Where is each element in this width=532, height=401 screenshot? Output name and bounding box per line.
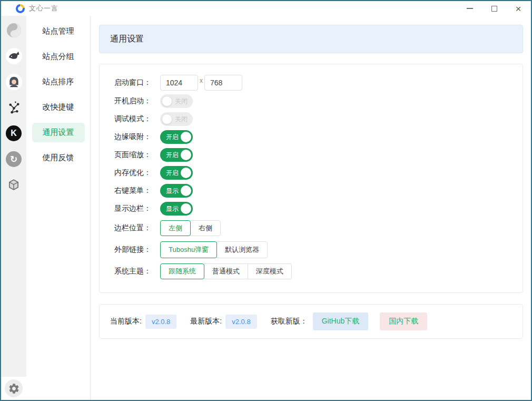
- app-icon-network[interactable]: [5, 99, 22, 116]
- dimension-separator: x: [200, 77, 203, 84]
- sidebar-item-site-manage[interactable]: 站点管理: [26, 18, 90, 44]
- settings-gear-button[interactable]: [5, 379, 23, 397]
- app-icon-whale[interactable]: [5, 47, 22, 64]
- sidebar-left-button[interactable]: 左侧: [160, 220, 191, 236]
- memory-opt-label: 内存优化：: [114, 168, 160, 178]
- autostart-label: 开机启动：: [114, 96, 160, 106]
- minimize-icon: [467, 8, 473, 9]
- app-rail: K ↻: [1, 16, 26, 400]
- theme-normal-button[interactable]: 普通模式: [204, 263, 248, 279]
- page-title: 通用设置: [110, 34, 144, 45]
- toggle-state-text: 关闭: [175, 112, 188, 126]
- sidebar-menu: 站点管理 站点分组 站点排序 改快捷键 通用设置 使用反馈: [26, 16, 91, 400]
- whale-icon: [7, 50, 20, 62]
- maximize-icon: [491, 6, 497, 12]
- settings-panel: 启动窗口： x 开机启动： 关闭 调试模式： 关闭: [99, 64, 523, 293]
- toggle-state-text: 开启: [166, 166, 179, 180]
- latest-version-badge: v2.0.8: [225, 315, 257, 329]
- app-icon-yiyan[interactable]: [5, 22, 22, 38]
- window-controls: ×: [454, 2, 531, 15]
- launch-width-input[interactable]: [160, 75, 198, 91]
- debug-mode-toggle[interactable]: 关闭: [160, 112, 193, 126]
- sidebar-item-label: 站点分组: [32, 47, 85, 66]
- sidebar-item-site-order[interactable]: 站点排序: [26, 69, 90, 94]
- github-download-button[interactable]: GitHub下载: [313, 312, 369, 330]
- sidebar-right-button[interactable]: 右侧: [190, 220, 221, 236]
- version-panel: 当前版本: v2.0.8 最新版本: v2.0.8 获取新版： GitHub下载…: [99, 304, 523, 339]
- theme-row: 系统主题： 跟随系统 普通模式 深度模式: [114, 263, 523, 280]
- default-browser-button[interactable]: 默认浏览器: [216, 241, 268, 258]
- sidebar-item-label: 站点排序: [32, 72, 85, 92]
- close-icon: ×: [515, 4, 521, 14]
- sidebar-item-label: 站点管理: [32, 22, 85, 41]
- edge-snap-row: 边缘吸附： 开启: [114, 130, 523, 144]
- theme-label: 系统主题：: [114, 267, 160, 276]
- launch-height-input[interactable]: [204, 75, 242, 91]
- gear-icon: [8, 383, 20, 395]
- minimize-button[interactable]: [461, 2, 478, 15]
- titlebar: 文心一言 ×: [1, 1, 531, 16]
- debug-mode-label: 调试模式：: [114, 114, 160, 124]
- toggle-state-text: 开启: [166, 130, 179, 144]
- show-sidebar-toggle[interactable]: 显示: [160, 202, 193, 216]
- memory-opt-row: 内存优化： 开启: [114, 166, 523, 180]
- maximize-button[interactable]: [486, 2, 503, 15]
- cube-icon: [7, 178, 21, 192]
- context-menu-row: 右键菜单： 显示: [114, 184, 523, 198]
- sidebar-item-general-settings[interactable]: 通用设置: [26, 120, 90, 145]
- tuboshu-popup-button[interactable]: Tuboshu弹窗: [160, 241, 217, 258]
- toggle-knob: [181, 132, 191, 142]
- app-rail-icons: K ↻: [1, 16, 26, 377]
- swirl-icon: [6, 22, 22, 38]
- edge-snap-label: 边缘吸附：: [114, 132, 160, 142]
- app-icon-cube[interactable]: [5, 177, 22, 193]
- recycle-icon: ↻: [10, 155, 17, 164]
- edge-snap-toggle[interactable]: 开启: [160, 130, 193, 144]
- get-new-version-label: 获取新版：: [271, 317, 308, 326]
- show-sidebar-label: 显示边栏：: [114, 204, 160, 213]
- sidebar-item-label: 通用设置: [32, 123, 85, 142]
- toggle-knob: [162, 114, 172, 124]
- girl-avatar-icon: [7, 75, 21, 89]
- main-content: 通用设置 启动窗口： x 开机启动： 关闭 调试模式：: [91, 16, 531, 400]
- rail-footer: [1, 377, 26, 400]
- launch-window-row: 启动窗口： x: [114, 75, 523, 91]
- sidebar-position-label: 边栏位置：: [114, 223, 160, 233]
- toggle-knob: [162, 96, 172, 106]
- domestic-download-button[interactable]: 国内下载: [380, 312, 427, 330]
- theme-group: 跟随系统 普通模式 深度模式: [160, 263, 292, 279]
- toggle-state-text: 显示: [166, 184, 179, 198]
- kimi-k-icon: K: [11, 129, 17, 138]
- app-icon-kimi[interactable]: K: [5, 125, 22, 142]
- sidebar-position-row: 边栏位置： 左侧 右侧: [114, 220, 523, 237]
- context-menu-label: 右键菜单：: [114, 186, 160, 195]
- sidebar-item-site-group[interactable]: 站点分组: [26, 44, 90, 69]
- launch-window-label: 启动窗口：: [114, 78, 160, 87]
- sidebar-item-label: 使用反馈: [32, 148, 85, 168]
- context-menu-toggle[interactable]: 显示: [160, 184, 193, 198]
- sidebar-position-group: 左侧 右侧: [160, 220, 221, 236]
- app-logo-icon: [16, 4, 25, 13]
- external-link-group: Tuboshu弹窗 默认浏览器: [160, 241, 268, 258]
- autostart-toggle[interactable]: 关闭: [160, 94, 193, 108]
- external-link-row: 外部链接： Tuboshu弹窗 默认浏览器: [114, 241, 523, 259]
- sidebar-item-label: 改快捷键: [32, 97, 85, 117]
- current-version-label: 当前版本:: [110, 317, 142, 326]
- page-zoom-toggle[interactable]: 开启: [160, 148, 193, 162]
- current-version-badge: v2.0.8: [145, 315, 176, 329]
- sidebar-item-shortcut[interactable]: 改快捷键: [26, 94, 90, 120]
- external-link-label: 外部链接：: [114, 245, 160, 255]
- toggle-state-text: 开启: [166, 148, 179, 162]
- show-sidebar-row: 显示边栏： 显示: [114, 202, 523, 216]
- page-zoom-label: 页面缩放：: [114, 150, 160, 160]
- app-icon-recycle[interactable]: ↻: [5, 151, 22, 168]
- page-header: 通用设置: [99, 25, 523, 53]
- theme-follow-system-button[interactable]: 跟随系统: [160, 263, 204, 279]
- sidebar-item-feedback[interactable]: 使用反馈: [26, 145, 90, 170]
- app-icon-girl-avatar[interactable]: [5, 73, 22, 90]
- toggle-state-text: 关闭: [175, 94, 188, 108]
- close-button[interactable]: ×: [510, 2, 527, 15]
- memory-opt-toggle[interactable]: 开启: [160, 166, 193, 180]
- toggle-knob: [181, 168, 191, 178]
- theme-deep-button[interactable]: 深度模式: [248, 263, 292, 279]
